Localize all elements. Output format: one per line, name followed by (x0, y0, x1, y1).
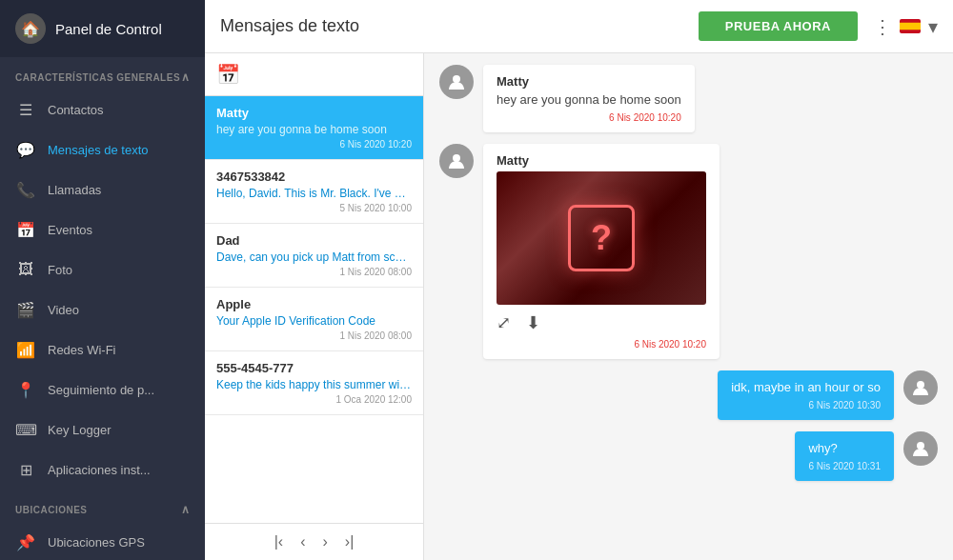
question-mark-symbol: ? (591, 218, 612, 258)
svg-point-2 (453, 75, 460, 83)
bubble-time: 6 Nis 2020 10:30 (731, 400, 881, 410)
first-page-button[interactable]: |‹ (269, 531, 289, 552)
message-time: 6 Nis 2020 10:20 (216, 139, 412, 150)
top-header: Mensajes de texto PRUEBA AHORA ⋮ ▾ (205, 0, 953, 53)
calls-label: Llamadas (48, 183, 101, 197)
sidebar-item-tracking[interactable]: 📍 Seguimiento de p... (0, 370, 205, 410)
contacts-icon: ☰ (15, 99, 36, 120)
expand-image-button[interactable]: ⤢ (497, 312, 511, 333)
messages-toolbar: 📅 (205, 53, 423, 96)
sidebar: 🏠 Panel de Control CARACTERÍSTICAS GENER… (0, 0, 205, 560)
question-mark-box: ? (568, 205, 635, 271)
video-label: Video (48, 303, 79, 317)
avatar (439, 65, 474, 99)
chat-bubble-sent: why? 6 Nis 2020 10:31 (439, 431, 938, 481)
message-bubble-sent: why? 6 Nis 2020 10:31 (795, 431, 894, 481)
bubble-sender: Matty (497, 74, 681, 89)
content-area: 📅 Matty hey are you gonna be home soon 6… (205, 53, 953, 560)
keylogger-label: Key Logger (48, 423, 112, 437)
sidebar-title: Panel de Control (55, 21, 162, 37)
collapse-ubicaciones-icon[interactable]: ∧ (181, 503, 191, 516)
sidebar-item-photo[interactable]: 🖼 Foto (0, 250, 205, 290)
video-icon: 🎬 (15, 299, 36, 320)
message-sender: 555-4545-777 (216, 361, 412, 375)
avatar (903, 370, 938, 405)
photo-label: Foto (48, 263, 72, 277)
last-page-button[interactable]: ›| (339, 531, 359, 552)
message-time: 1 Oca 2020 12:00 (216, 394, 412, 405)
bubble-text: idk, maybe in an hour or so (731, 380, 881, 394)
message-sender: Dad (216, 233, 412, 248)
list-item[interactable]: 555-4545-777 Keep the kids happy this su… (205, 351, 423, 415)
message-preview: Your Apple ID Verification Code (216, 314, 412, 328)
message-time: 5 Nis 2020 10:00 (216, 203, 412, 213)
gps-label: Ubicaciones GPS (48, 535, 145, 550)
gps-icon: 📌 (15, 531, 36, 552)
language-dropdown-icon[interactable]: ▾ (928, 15, 938, 38)
image-actions: ⤢ ⬇ (497, 312, 706, 333)
sidebar-item-contacts[interactable]: ☰ Contactos (0, 90, 205, 130)
apps-icon: ⊞ (15, 459, 36, 480)
tracking-icon: 📍 (15, 379, 36, 400)
sidebar-item-sms[interactable]: 💬 Mensajes de texto (0, 130, 205, 170)
list-item[interactable]: Matty hey are you gonna be home soon 6 N… (205, 96, 423, 160)
contacts-label: Contactos (48, 103, 104, 117)
main-content: Mensajes de texto PRUEBA AHORA ⋮ ▾ 📅 Mat… (205, 0, 953, 560)
bubble-time: 6 Nis 2020 10:20 (497, 339, 706, 350)
message-time: 1 Nis 2020 08:00 (216, 267, 412, 277)
wifi-icon: 📶 (15, 339, 36, 360)
more-options-icon[interactable]: ⋮ (873, 15, 892, 38)
spain-flag-icon (900, 19, 921, 33)
message-sender: Apple (216, 297, 412, 311)
prueba-ahora-button[interactable]: PRUEBA AHORA (699, 11, 858, 41)
apps-label: Aplicaciones inst... (48, 463, 151, 477)
events-label: Eventos (48, 223, 92, 237)
message-time: 1 Nis 2020 08:00 (216, 330, 412, 341)
sidebar-item-keylogger[interactable]: ⌨ Key Logger (0, 410, 205, 450)
svg-point-5 (917, 442, 924, 450)
sidebar-item-gps[interactable]: 📌 Ubicaciones GPS (0, 522, 205, 560)
list-item[interactable]: Dad Dave, can you pick up Matt from scho… (205, 224, 423, 288)
messages-list: Matty hey are you gonna be home soon 6 N… (205, 96, 423, 523)
message-preview: Dave, can you pick up Matt from schoo... (216, 250, 412, 264)
bubble-text: why? (808, 441, 881, 455)
page-title: Mensajes de texto (220, 16, 699, 36)
next-page-button[interactable]: › (317, 531, 334, 552)
sidebar-item-apps[interactable]: ⊞ Aplicaciones inst... (0, 450, 205, 490)
sms-icon: 💬 (15, 139, 36, 160)
sidebar-item-video[interactable]: 🎬 Video (0, 290, 205, 330)
bubble-text: hey are you gonna be home soon (497, 92, 681, 107)
message-bubble-image: Matty ? ⤢ ⬇ 6 Nis 2020 10: (483, 144, 720, 359)
bubble-time: 6 Nis 2020 10:31 (808, 461, 881, 471)
photo-icon: 🖼 (15, 259, 36, 280)
sms-label: Mensajes de texto (48, 143, 149, 157)
collapse-general-icon[interactable]: ∧ (181, 70, 191, 84)
message-preview: Hello, David. This is Mr. Black. I've no… (216, 187, 412, 200)
message-sender: Matty (216, 106, 412, 120)
home-icon: 🏠 (15, 13, 46, 44)
chat-messages: Matty hey are you gonna be home soon 6 N… (424, 53, 953, 560)
message-bubble: Matty hey are you gonna be home soon 6 N… (483, 65, 695, 132)
chat-panel: Matty hey are you gonna be home soon 6 N… (424, 53, 953, 560)
chat-bubble-received-image: Matty ? ⤢ ⬇ 6 Nis 2020 10: (439, 144, 938, 359)
section-title-general: CARACTERÍSTICAS GENERALES ∧ (0, 57, 205, 90)
section-title-ubicaciones: UBICACIONES ∧ (0, 490, 205, 522)
list-item[interactable]: Apple Your Apple ID Verification Code 1 … (205, 288, 423, 351)
avatar (903, 431, 938, 466)
chat-bubble-received: Matty hey are you gonna be home soon 6 N… (439, 65, 938, 132)
sidebar-item-events[interactable]: 📅 Eventos (0, 210, 205, 250)
calendar-icon[interactable]: 📅 (216, 63, 240, 86)
sidebar-header: 🏠 Panel de Control (0, 0, 205, 57)
calls-icon: 📞 (15, 179, 36, 200)
prev-page-button[interactable]: ‹ (294, 531, 311, 552)
keylogger-icon: ⌨ (15, 419, 36, 440)
sidebar-item-wifi[interactable]: 📶 Redes Wi-Fi (0, 330, 205, 370)
wifi-label: Redes Wi-Fi (48, 343, 116, 357)
list-item[interactable]: 3467533842 Hello, David. This is Mr. Bla… (205, 160, 423, 224)
bubble-sender: Matty (497, 153, 706, 168)
message-bubble-sent: idk, maybe in an hour or so 6 Nis 2020 1… (718, 370, 894, 420)
sidebar-item-calls[interactable]: 📞 Llamadas (0, 170, 205, 210)
image-attachment: ? (497, 171, 706, 305)
header-icons: ⋮ ▾ (873, 15, 938, 38)
download-image-button[interactable]: ⬇ (526, 312, 540, 333)
